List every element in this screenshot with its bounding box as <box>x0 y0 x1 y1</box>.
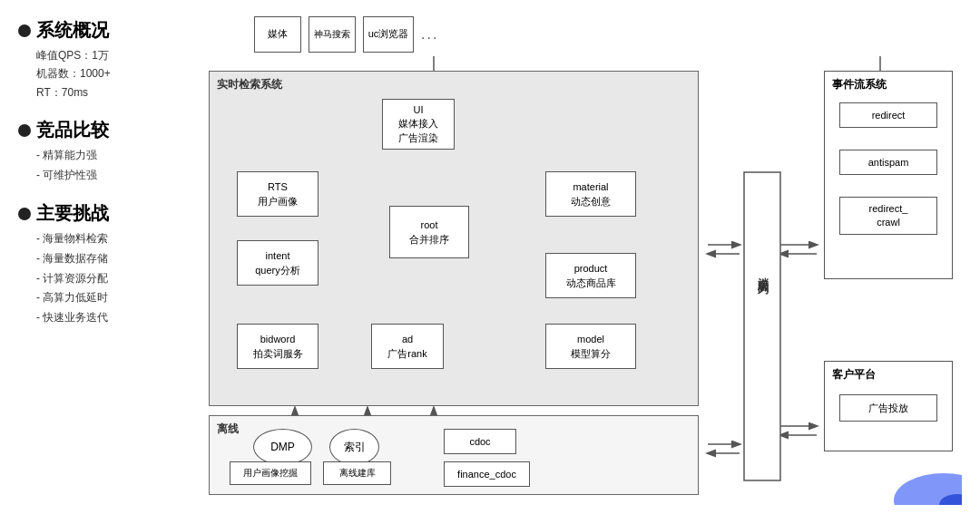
redirect-crawl-label: redirect_crawl <box>869 202 908 230</box>
left-panel: 系统概况 峰值QPS：1万 机器数：1000+ RT：70ms 竞品比较 - 精… <box>18 18 191 344</box>
redirect-label: redirect <box>872 110 906 121</box>
section-title-1: 系统概况 <box>18 18 191 43</box>
message-queue-text: 消息队列 <box>755 268 770 276</box>
product-label: product动态商品库 <box>566 261 616 291</box>
challenge-item-1: - 海量物料检索 <box>36 229 191 249</box>
cdoc-box: cdoc <box>444 429 516 454</box>
ui-box: UI媒体接入广告渲染 <box>382 99 455 150</box>
qps-text: 峰值QPS：1万 <box>36 46 191 64</box>
bullet-1 <box>18 24 31 37</box>
challenge-item-5: - 快速业务迭代 <box>36 308 191 328</box>
offline-build-box: 离线建库 <box>323 461 391 485</box>
customer-platform-label: 客户平台 <box>832 367 876 383</box>
uc-label: uc浏览器 <box>368 27 409 41</box>
suoyin-label: 索引 <box>344 440 366 455</box>
section-title-3: 主要挑战 <box>18 201 191 226</box>
section3-list: - 海量物料检索 - 海量数据存储 - 计算资源分配 - 高算力低延时 - 快速… <box>36 229 191 327</box>
realtime-label: 实时检索系统 <box>217 77 282 92</box>
section3-title: 主要挑战 <box>36 201 109 226</box>
machine-text: 机器数：1000+ <box>36 64 191 82</box>
rt-text: RT：70ms <box>36 83 191 102</box>
section-title-2: 竞品比较 <box>18 118 191 142</box>
dots-label: ... <box>421 26 438 43</box>
finance-cdoc-label: finance_cdoc <box>457 469 516 480</box>
svg-rect-31 <box>744 172 780 480</box>
realtime-block: 实时检索系统 UI媒体接入广告渲染 root合并排序 RTS用户画像 inten… <box>209 71 699 406</box>
shenmaso-label: 神马搜索 <box>314 28 350 41</box>
material-label: material动态创意 <box>571 179 611 209</box>
cdoc-label: cdoc <box>469 436 490 447</box>
dmp-label: DMP <box>270 441 295 453</box>
challenge-item-2: - 海量数据存储 <box>36 249 191 269</box>
intent-box: intentquery分析 <box>237 240 318 286</box>
bidword-label: bidword拍卖词服务 <box>253 332 303 362</box>
media-box: 媒体 <box>254 16 301 53</box>
redirect-crawl-box: redirect_crawl <box>839 197 937 235</box>
challenge-item-4: - 高算力低延时 <box>36 288 191 308</box>
section1-body: 峰值QPS：1万 机器数：1000+ RT：70ms <box>36 46 191 102</box>
shenmaso-box: 神马搜索 <box>309 16 356 53</box>
ad-place-box: 广告投放 <box>839 394 937 422</box>
finance-cdoc-box: finance_cdoc <box>444 461 530 487</box>
root-label: root合并排序 <box>409 218 449 247</box>
material-box: material动态创意 <box>545 171 636 217</box>
model-label: model模型算分 <box>571 332 611 362</box>
event-system-label: 事件流系统 <box>832 77 887 92</box>
offline-build-label: 离线建库 <box>339 467 376 480</box>
antispam-label: antispam <box>868 157 909 168</box>
rts-box: RTS用户画像 <box>237 171 318 217</box>
ad-label: ad广告rank <box>387 332 426 362</box>
offline-label: 离线 <box>217 422 239 437</box>
event-system-block: 事件流系统 redirect antispam redirect_crawl <box>824 71 953 279</box>
user-portrait-box: 用户画像挖掘 <box>230 461 311 485</box>
customer-platform-block: 客户平台 广告投放 <box>824 361 953 451</box>
suoyin-ellipse: 索引 <box>329 429 379 465</box>
section1-title: 系统概况 <box>36 18 109 43</box>
user-portrait-label: 用户画像挖掘 <box>243 467 298 480</box>
section2-title: 竞品比较 <box>36 118 109 142</box>
compare-item-2: - 可维护性强 <box>36 166 191 186</box>
redirect-box: redirect <box>839 102 937 128</box>
challenge-item-3: - 计算资源分配 <box>36 269 191 289</box>
bullet-3 <box>18 208 31 220</box>
dmp-ellipse: DMP <box>253 429 312 465</box>
antispam-box: antispam <box>839 150 937 175</box>
bidword-box: bidword拍卖词服务 <box>237 324 318 369</box>
intent-label: intentquery分析 <box>255 248 300 278</box>
bullet-2 <box>18 124 31 137</box>
offline-block: 离线 DMP 索引 cdoc finance_cdoc 用户画像挖掘 离线建库 <box>209 415 699 495</box>
section2-list: - 精算能力强 - 可维护性强 <box>36 146 191 185</box>
rts-label: RTS用户画像 <box>258 179 298 209</box>
compare-item-1: - 精算能力强 <box>36 146 191 166</box>
root-box: root合并排序 <box>389 206 469 258</box>
ui-label: UI媒体接入广告渲染 <box>398 103 438 145</box>
diagram-area: 1 2 2 3 4 5 6 7 <box>200 9 962 505</box>
product-box: product动态商品库 <box>545 253 636 298</box>
message-queue-label: 消息队列 <box>750 231 774 313</box>
bottom-decoration <box>853 460 962 505</box>
model-box: model模型算分 <box>545 324 636 369</box>
ad-place-label: 广告投放 <box>868 402 908 415</box>
media-row: 媒体 神马搜索 uc浏览器 ... <box>254 16 438 53</box>
uc-box: uc浏览器 <box>363 16 414 53</box>
ad-box: ad广告rank <box>371 324 444 369</box>
